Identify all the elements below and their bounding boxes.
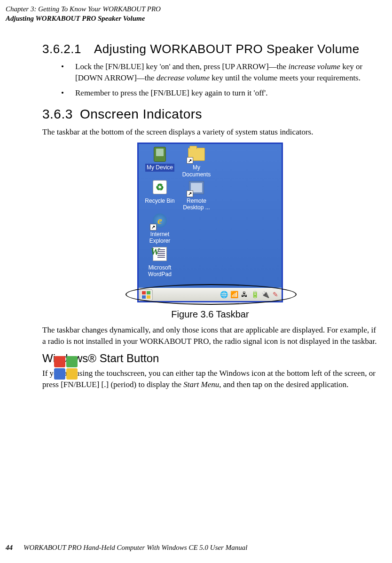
heading-36-3: 3.6.3Onscreen Indicators bbox=[42, 107, 378, 122]
post-figure-paragraph: The taskbar changes dynamically, and onl… bbox=[42, 325, 378, 347]
pda-icon bbox=[154, 147, 166, 162]
footer-text: WORKABOUT PRO Hand-Held Computer With Wi… bbox=[24, 544, 247, 551]
desktop-icon-my-documents[interactable]: ↗ MyDocuments bbox=[178, 147, 215, 178]
bullet-marker: • bbox=[61, 61, 75, 84]
bullet-text: Remember to press the [FN/BLUE] key agai… bbox=[75, 87, 378, 99]
figure-caption: Figure 3.6 Taskbar bbox=[42, 309, 378, 320]
bullet-item: • Remember to press the [FN/BLUE] key ag… bbox=[61, 87, 378, 99]
page-number: 44 bbox=[6, 544, 24, 552]
icon-label: RemoteDesktop ... bbox=[181, 197, 211, 212]
screenshot-windows-ce-desktop: My Device ↗ MyDocuments ♻ Recycle Bin ↗ … bbox=[137, 143, 283, 302]
content-body: 3.6.2.1Adjusting WORKABOUT PRO Speaker V… bbox=[0, 23, 392, 390]
section-title-header: Adjusting WORKABOUT PRO Speaker Volume bbox=[6, 14, 392, 24]
recycle-icon: ♻ bbox=[153, 180, 167, 194]
tray-sip-icon[interactable]: ✎ bbox=[271, 291, 280, 299]
windows-start-paragraph: If you are using the touchscreen, you ca… bbox=[42, 368, 378, 390]
page-header: Chapter 3: Getting To Know Your WORKABOU… bbox=[0, 0, 392, 23]
bullet-marker: • bbox=[61, 87, 75, 99]
subheading-windows-start: Windows® Start Button bbox=[42, 352, 378, 365]
tray-globe-icon[interactable]: 🌐 bbox=[220, 291, 228, 299]
desktop-icon-recycle-bin[interactable]: ♻ Recycle Bin bbox=[141, 180, 178, 212]
heading-number: 3.6.3 bbox=[42, 107, 80, 122]
tray-network-icon[interactable]: 🖧 bbox=[240, 291, 249, 299]
tray-battery-icon[interactable]: 🔋 bbox=[251, 291, 259, 299]
bullet-text: Lock the [FN/BLUE] key 'on' and then, pr… bbox=[75, 61, 378, 84]
icon-label: MyDocuments bbox=[181, 164, 212, 178]
wordpad-icon: W bbox=[153, 247, 167, 261]
screenshot-container: My Device ↗ MyDocuments ♻ Recycle Bin ↗ … bbox=[42, 143, 378, 302]
shortcut-overlay-icon: ↗ bbox=[187, 190, 193, 197]
icon-label: Recycle Bin bbox=[143, 197, 176, 205]
heading-36-2-1: 3.6.2.1Adjusting WORKABOUT PRO Speaker V… bbox=[42, 42, 378, 56]
system-tray: 🌐 📶 🖧 🔋 🔌 ✎ bbox=[220, 291, 281, 299]
shortcut-overlay-icon: ↗ bbox=[187, 157, 193, 164]
icon-label: InternetExplorer bbox=[148, 230, 172, 245]
chapter-title: Chapter 3: Getting To Know Your WORKABOU… bbox=[6, 5, 392, 14]
windows-flag-icon bbox=[142, 291, 150, 299]
icon-label: My Device bbox=[145, 164, 174, 171]
windows-logo-margin-icon bbox=[54, 356, 78, 380]
taskbar: 🌐 📶 🖧 🔋 🔌 ✎ bbox=[139, 288, 282, 301]
desktop-icon-my-device[interactable]: My Device bbox=[141, 147, 178, 178]
desktop-icon-remote-desktop[interactable]: ↗ RemoteDesktop ... bbox=[178, 180, 215, 212]
icon-label: MicrosoftWordPad bbox=[147, 264, 173, 278]
desktop-icon-microsoft-wordpad[interactable]: W MicrosoftWordPad bbox=[141, 247, 178, 278]
heading-text: Onscreen Indicators bbox=[80, 107, 202, 121]
shortcut-overlay-icon: ↗ bbox=[150, 224, 157, 230]
tray-radio-icon[interactable]: 📶 bbox=[230, 291, 238, 299]
desktop-icons: My Device ↗ MyDocuments ♻ Recycle Bin ↗ … bbox=[141, 147, 215, 280]
tray-plug-icon[interactable]: 🔌 bbox=[261, 291, 269, 299]
intro-paragraph: The taskbar at the bottom of the screen … bbox=[42, 127, 378, 138]
bullet-item: • Lock the [FN/BLUE] key 'on' and then, … bbox=[61, 61, 378, 84]
heading-number: 3.6.2.1 bbox=[42, 42, 94, 56]
heading-text: Adjusting WORKABOUT PRO Speaker Volume bbox=[94, 42, 360, 56]
desktop-icon-internet-explorer[interactable]: e↗ InternetExplorer bbox=[141, 214, 178, 245]
start-button[interactable] bbox=[140, 289, 153, 301]
page-footer: 44WORKABOUT PRO Hand-Held Computer With … bbox=[6, 544, 247, 552]
